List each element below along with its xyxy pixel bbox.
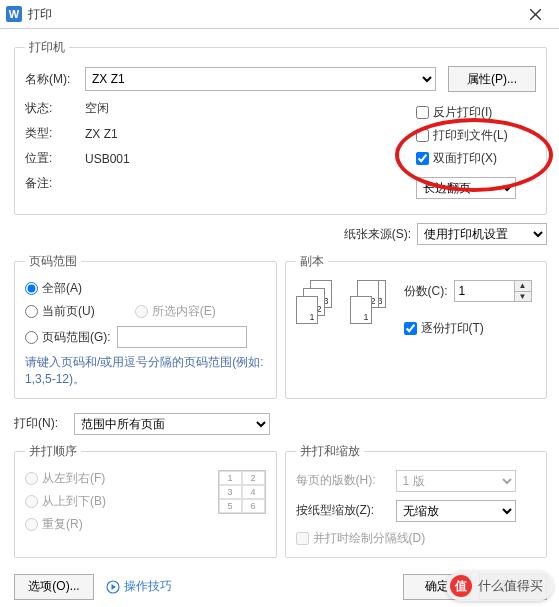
collate-checkbox[interactable]: 逐份打印(T) (404, 320, 532, 337)
draw-lines-checkbox: 并打时绘制分隔线(D) (296, 530, 537, 547)
tips-link[interactable]: 操作技巧 (106, 578, 172, 595)
order-repeat: 重复(R) (25, 516, 208, 533)
printer-name-select[interactable]: ZX Z1 (85, 67, 436, 91)
copies-spinner[interactable]: ▲▼ (454, 280, 532, 302)
status-value: 空闲 (85, 100, 109, 117)
copies-count-label: 份数(C): (404, 283, 448, 300)
range-pages[interactable]: 页码范围(G): (25, 329, 111, 346)
duplex-label: 双面打印(X) (433, 150, 497, 167)
properties-button[interactable]: 属性(P)... (448, 66, 536, 92)
copies-group: 副本 3 2 1 3 2 1 份数(C): (285, 253, 548, 399)
svg-marker-3 (112, 584, 117, 590)
collate-preview-icon: 3 2 1 3 2 1 (296, 280, 390, 328)
printer-legend: 打印机 (25, 39, 69, 56)
reverse-print-checkbox[interactable]: 反片打印(I) (416, 104, 536, 121)
close-icon (530, 9, 541, 20)
window-title: 打印 (28, 6, 515, 23)
play-icon (106, 580, 120, 594)
print-order-legend: 并打顺序 (25, 443, 81, 460)
type-label: 类型: (25, 125, 85, 142)
options-button[interactable]: 选项(O)... (14, 574, 94, 600)
close-button[interactable] (515, 1, 555, 27)
range-pages-input[interactable] (117, 326, 247, 348)
order-grid-icon: 123456 (218, 470, 266, 514)
spin-up[interactable]: ▲ (515, 281, 531, 292)
print-to-file-checkbox[interactable]: 打印到文件(L) (416, 127, 536, 144)
watermark-badge-icon: 值 (450, 575, 472, 597)
order-lr: 从左到右(F) (25, 470, 208, 487)
app-icon: W (6, 6, 22, 22)
copies-input[interactable] (454, 280, 514, 302)
scale-group: 并打和缩放 每页的版数(H): 1 版 按纸型缩放(Z): 无缩放 并打时绘制分… (285, 443, 548, 558)
paper-source-label: 纸张来源(S): (344, 226, 411, 243)
spin-down[interactable]: ▼ (515, 292, 531, 302)
scale-to-paper-select[interactable]: 无缩放 (396, 500, 516, 522)
scale-to-paper-label: 按纸型缩放(Z): (296, 502, 396, 519)
range-hint: 请键入页码和/或用逗号分隔的页码范围(例如: 1,3,5-12)。 (25, 354, 266, 388)
range-selection: 所选内容(E) (135, 303, 216, 320)
name-label: 名称(M): (25, 71, 85, 88)
pages-per-sheet-select: 1 版 (396, 470, 516, 492)
duplex-mode-select[interactable]: 长边翻页 (416, 177, 516, 199)
where-label: 位置: (25, 150, 85, 167)
paper-source-select[interactable]: 使用打印机设置 (417, 223, 547, 245)
watermark: 值 什么值得买 (446, 571, 553, 601)
scale-legend: 并打和缩放 (296, 443, 364, 460)
printer-group: 打印机 名称(M): ZX Z1 属性(P)... 状态:空闲 类型:ZX Z1… (14, 39, 547, 215)
print-order-group: 并打顺序 从左到右(F) 从上到下(B) 重复(R) 123456 (14, 443, 277, 558)
reverse-print-label: 反片打印(I) (433, 104, 492, 121)
range-all[interactable]: 全部(A) (25, 280, 266, 297)
where-value: USB001 (85, 152, 130, 166)
type-value: ZX Z1 (85, 127, 118, 141)
status-label: 状态: (25, 100, 85, 117)
print-to-file-label: 打印到文件(L) (433, 127, 508, 144)
comment-label: 备注: (25, 175, 85, 192)
duplex-checkbox[interactable]: 双面打印(X) (416, 150, 536, 167)
print-what-select[interactable]: 范围中所有页面 (74, 413, 270, 435)
page-range-legend: 页码范围 (25, 253, 81, 270)
copies-legend: 副本 (296, 253, 328, 270)
range-current[interactable]: 当前页(U) (25, 303, 95, 320)
print-what-label: 打印(N): (14, 415, 74, 432)
page-range-group: 页码范围 全部(A) 当前页(U) 所选内容(E) 页码范围(G): 请键入页码… (14, 253, 277, 399)
pages-per-sheet-label: 每页的版数(H): (296, 472, 396, 489)
order-tb: 从上到下(B) (25, 493, 208, 510)
